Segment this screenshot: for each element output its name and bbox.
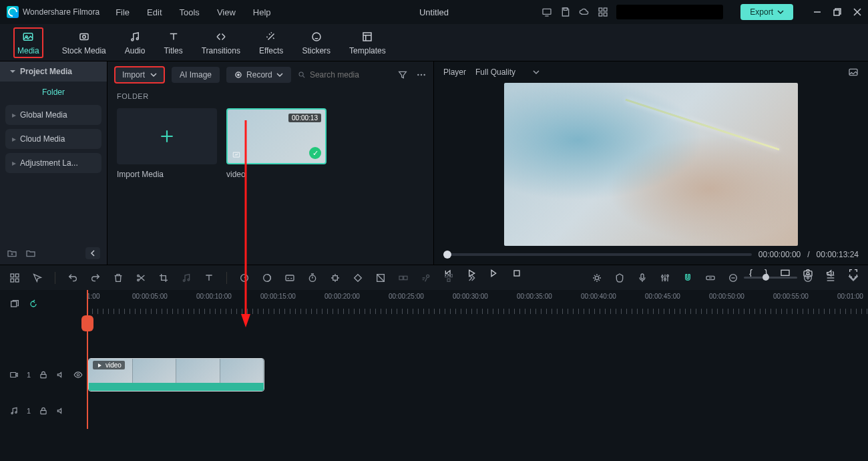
snapshot-tool-icon[interactable] [848,67,859,78]
grid-icon[interactable] [598,7,608,17]
used-check-icon: ✓ [309,147,321,159]
tab-transitions[interactable]: Transitions [202,30,240,55]
maximize-icon[interactable] [833,8,841,16]
svg-point-59 [11,412,13,414]
timeline-clip-video[interactable]: video [88,358,264,392]
mixer-icon[interactable] [660,273,670,283]
undo-icon[interactable] [67,273,78,283]
tab-titles[interactable]: Titles [164,30,182,55]
keyframe-icon[interactable] [353,273,363,283]
save-icon[interactable] [560,7,571,17]
search-global[interactable] [616,5,723,19]
motion-icon[interactable] [421,273,431,283]
audio-lock-icon[interactable] [39,406,48,416]
render-icon[interactable] [592,273,602,283]
timeline-ruler[interactable]: 1:0000:00:05:0000:00:10:0000:00:15:0000:… [87,290,868,318]
magnet-icon[interactable] [682,273,693,283]
color-icon[interactable] [262,273,272,283]
tab-templates[interactable]: Templates [349,30,386,55]
sidebar-global-media[interactable]: ▸Global Media [5,105,101,125]
zoom-control[interactable] [728,273,813,283]
audio-mute-icon[interactable] [56,406,65,416]
track-lock-icon[interactable] [39,370,48,379]
sidebar-cloud-media[interactable]: ▸Cloud Media [5,129,101,149]
music-icon[interactable] [181,273,192,283]
speed-icon[interactable] [239,273,250,283]
svg-point-19 [421,74,422,75]
link-toggle-icon[interactable] [705,273,716,283]
crop-icon[interactable] [158,273,169,283]
ruler-tick: 00:00:25:00 [389,293,424,300]
track-mute-icon[interactable] [56,370,65,379]
media-panel: Import AI Image Record FOLDER Import [107,61,434,265]
overflow-icon[interactable] [466,273,477,283]
search-input[interactable] [310,70,391,80]
track-visibility-icon[interactable] [73,370,83,379]
track-view-icon[interactable] [825,273,836,283]
sidebar-folder[interactable]: Folder [0,82,107,103]
time-total: 00:00:13:24 [817,250,859,259]
preview-viewport[interactable] [434,83,868,246]
menu-edit[interactable]: Edit [147,7,162,17]
zoom-slider[interactable] [744,277,797,279]
group-icon[interactable] [398,273,409,283]
filter-icon[interactable] [397,69,408,80]
split-icon[interactable] [136,273,146,283]
play-forward-icon[interactable] [489,268,499,279]
chroma-icon[interactable] [375,273,386,283]
svg-rect-39 [333,275,338,280]
media-search[interactable] [298,70,391,80]
caption-icon[interactable] [284,273,295,283]
grid2-icon[interactable] [443,273,454,283]
cloud-icon[interactable] [579,7,590,17]
tracking-icon[interactable] [330,273,341,283]
layout-icon[interactable] [9,273,20,283]
media-thumb-video[interactable]: 00:00:13 ✓ video [226,108,327,179]
new-folder-icon[interactable] [7,248,17,259]
zoom-out-icon[interactable] [728,273,738,283]
cursor-icon[interactable] [32,273,43,283]
sidebar-header[interactable]: Project Media [0,61,107,82]
minimize-icon[interactable] [813,8,821,16]
mic-icon[interactable] [637,273,648,283]
marker-icon[interactable] [614,273,625,283]
svg-point-31 [138,275,140,277]
delete-icon[interactable] [113,273,124,283]
import-media-tile[interactable]: Import Media [117,108,217,179]
tab-stickers[interactable]: Stickers [302,30,331,55]
text-icon[interactable] [204,273,214,283]
tab-audio[interactable]: Audio [125,30,146,55]
menu-view[interactable]: View [217,7,236,17]
menu-tools[interactable]: Tools [180,7,200,17]
tab-media[interactable]: Media [13,27,43,58]
playhead[interactable] [87,290,88,429]
close-icon[interactable] [853,8,861,16]
timeline-layers-icon[interactable] [9,299,20,309]
player-panel: Player Full Quality 00:00:00:00 / 00:00:… [434,61,868,265]
auto-ripple-icon[interactable] [29,299,40,309]
zoom-in-icon[interactable] [803,273,813,283]
tab-effects[interactable]: Effects [259,30,283,55]
ai-image-button[interactable]: AI Image [172,67,220,83]
svg-rect-4 [599,13,602,16]
quality-dropdown[interactable]: Full Quality [475,67,539,77]
screen-icon[interactable] [541,7,552,17]
menu-file[interactable]: File [116,7,130,17]
record-button[interactable]: Record [226,67,291,83]
player-tab[interactable]: Player [443,67,466,77]
track-options-icon[interactable] [848,273,859,283]
sidebar-adjustment-layer[interactable]: ▸Adjustment La... [5,153,101,173]
stop-icon[interactable] [511,268,522,279]
export-button[interactable]: Export [740,4,793,20]
collapse-sidebar-icon[interactable] [85,247,100,259]
seek-bar[interactable] [443,253,752,256]
redo-icon[interactable] [90,273,101,283]
svg-rect-6 [834,10,839,15]
more-icon[interactable] [416,69,427,80]
filmora-logo-icon [7,6,19,18]
timer-icon[interactable] [307,273,318,283]
import-button[interactable]: Import [114,66,165,84]
new-bin-icon[interactable] [25,248,36,259]
menu-help[interactable]: Help [253,7,271,17]
tab-stock-media[interactable]: Stock Media [62,30,106,55]
